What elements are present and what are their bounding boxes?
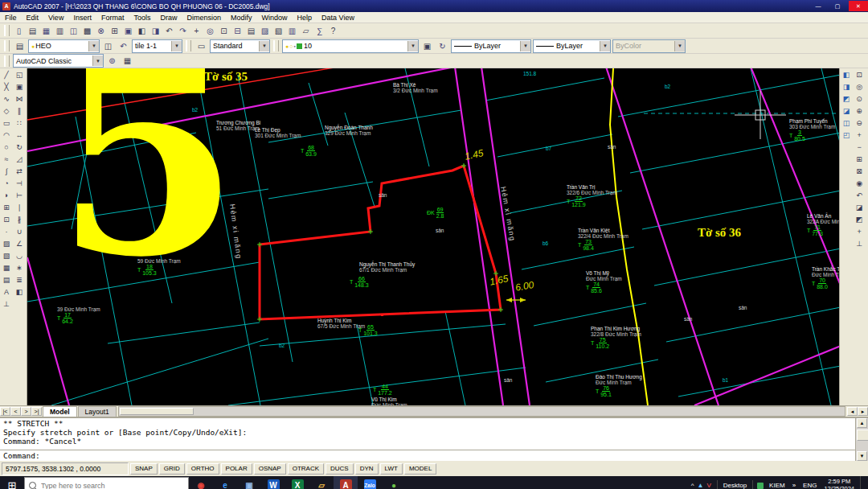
layer-properties-icon[interactable]: ▤ [13,39,27,52]
cut-icon[interactable]: ⊗ [94,24,108,37]
tab-nav-button[interactable]: < [10,407,21,416]
scroll-up-icon[interactable]: ▲ [857,418,867,428]
view-front-icon[interactable]: ◫ [840,117,853,129]
match-icon[interactable]: ◧ [13,286,26,298]
zoom-out-icon[interactable]: − [853,141,866,153]
menu-item[interactable]: Draw [155,12,182,23]
menu-item[interactable]: Help [293,12,317,23]
trim-icon[interactable]: ⊣ [13,177,26,189]
dyn-toggle[interactable]: DYN [355,463,379,475]
layer-previous-icon[interactable]: ↶ [117,39,130,52]
lwt-toggle[interactable]: LWT [380,463,403,475]
hatch-icon[interactable]: ▨ [0,237,13,249]
array-icon[interactable]: ∷ [13,117,26,129]
workspace-settings-icon[interactable]: ⊚ [105,55,119,68]
menu-item[interactable]: View [43,12,68,23]
current-layer-combo[interactable]: ● ○ ▪ 10 ▼ [282,39,419,53]
command-prompt[interactable]: Command: [0,450,855,461]
start-button[interactable]: ⊞ [0,476,24,489]
toolbar-grip[interactable] [186,40,191,51]
ucs-origin-icon[interactable]: + [853,225,866,237]
workspace-combo[interactable]: AutoCAD Classic ▼ [13,54,104,68]
scroll-down-icon[interactable]: ▼ [857,451,867,461]
layer-state-combo[interactable]: tile 1-1 ▼ [132,39,182,53]
menu-item[interactable]: File [0,12,22,23]
offset-icon[interactable]: ∥ [13,105,26,117]
rectangle-icon[interactable]: ▭ [0,117,13,129]
excel-icon[interactable]: X [285,476,309,489]
point-icon[interactable]: · [0,225,13,237]
block-editor-icon[interactable]: ◨ [149,24,162,37]
autocad-icon[interactable]: A [334,476,358,489]
close-button[interactable]: ✕ [849,1,868,11]
style-combo[interactable]: Standard ▼ [210,39,270,53]
help-icon[interactable]: ? [326,24,340,37]
minimize-button[interactable]: — [810,1,826,11]
view-back-icon[interactable]: ◰ [840,129,853,141]
save-icon[interactable]: ▦ [39,24,53,37]
mtext-icon[interactable]: A [0,286,13,298]
drawing-canvas[interactable]: 5 Tờ số 35 Tờ số 36 1.451.656.00 Hẻm xi … [27,68,839,405]
plot-icon[interactable]: ▥ [53,24,67,37]
menu-item[interactable]: Insert [68,12,96,23]
command-scrollbar[interactable]: ▲ ▼ [855,418,868,461]
security-icon[interactable]: ▲ [695,482,705,489]
revcloud-icon[interactable]: ≈ [0,153,13,165]
scrollbar-thumb[interactable] [857,429,868,441]
insert-block-icon[interactable]: ⊞ [0,201,13,213]
ucs-object-icon[interactable]: ◩ [853,213,866,225]
region-icon[interactable]: ▦ [0,261,13,273]
zoom-realtime-icon[interactable]: ◎ [203,24,217,37]
ucs-face-icon[interactable]: ◪ [853,201,866,213]
polar-toggle[interactable]: POLAR [221,463,252,475]
pan-icon[interactable]: + [190,24,203,37]
ortho-toggle[interactable]: ORTHO [186,463,219,475]
taskbar-search[interactable] [24,477,189,489]
tab-nav-button[interactable]: |< [0,407,10,416]
arc-icon[interactable]: ◠ [0,129,13,141]
ucs-zaxis-icon[interactable]: ⊥ [853,237,866,249]
paste-icon[interactable]: ▣ [121,24,135,37]
rotate-icon[interactable]: ↻ [13,141,26,153]
explode-icon[interactable]: ∗ [13,261,26,273]
align-icon[interactable]: ≣ [13,273,26,286]
view-bottom-icon[interactable]: ◨ [840,80,853,92]
layer-combo[interactable]: ● HEO ▼ [28,39,100,53]
linetype-combo[interactable]: ByLayer ▼ [451,39,531,53]
tray-expand-icon[interactable]: ^ [690,482,696,489]
lineweight-combo[interactable]: ByLayer ▼ [533,39,611,53]
menu-item[interactable]: Edit [22,12,44,23]
line-icon[interactable]: ╱ [0,68,13,80]
publish-icon[interactable]: ▩ [80,24,94,37]
layer-update-icon[interactable]: ↻ [436,39,449,52]
ucs-world-icon[interactable]: ◉ [853,177,866,189]
view-right-icon[interactable]: ◪ [840,105,853,117]
tab-model[interactable]: Model [43,406,77,417]
scroll-left-icon[interactable]: ◂ [847,407,858,416]
toolbar-grip[interactable] [4,40,10,51]
kiem-toolbar[interactable]: KIEM [768,482,787,489]
zoom-window-icon[interactable]: ⊡ [217,24,231,37]
zoom-extents-icon[interactable]: ⊠ [853,165,866,177]
ucs-icon[interactable]: ⊥ [0,298,13,310]
menu-item[interactable]: Dimension [182,12,226,23]
make-block-icon[interactable]: ⊡ [0,213,13,225]
desktop-toolbar[interactable]: Desktop [722,482,748,489]
toolbar-grip[interactable] [4,55,10,67]
stretch-icon[interactable]: ⇄ [13,165,26,177]
copy-icon[interactable]: ⊞ [108,24,121,37]
word-icon[interactable]: W [261,476,285,489]
toolbar-grip[interactable] [4,25,10,36]
zoom-all-icon[interactable]: ⊞ [853,153,866,165]
zoom-previous-icon[interactable]: ⊟ [231,24,244,37]
construction-line-icon[interactable]: ╳ [0,80,13,92]
spline-icon[interactable]: ∫ [0,165,13,177]
sheetset-manager-icon[interactable]: ▥ [285,24,299,37]
fillet-icon[interactable]: ◡ [13,249,26,261]
copy-object-icon[interactable]: ▣ [13,80,26,92]
zoom-object-icon[interactable]: ⊖ [853,117,866,129]
view-top-icon[interactable]: ◧ [840,68,853,80]
designcenter-icon[interactable]: ▨ [258,24,272,37]
ellipse-icon[interactable]: ◔ [0,177,13,189]
tab-nav-button[interactable]: > [21,407,31,416]
